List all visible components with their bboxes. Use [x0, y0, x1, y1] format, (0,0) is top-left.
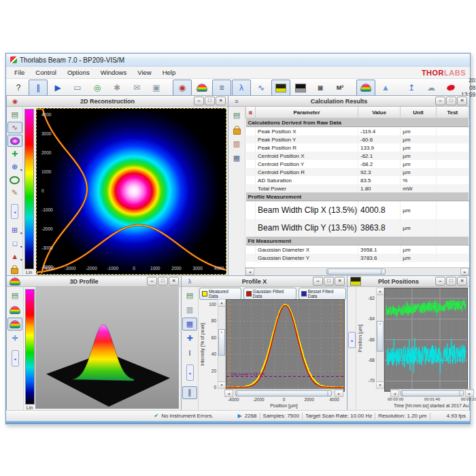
minimize-button[interactable]: –: [147, 277, 157, 286]
2d-reconstruction-icon[interactable]: ◉: [173, 80, 192, 96]
start-icon[interactable]: ▶: [48, 80, 67, 96]
collapse-toolbar-button[interactable]: ◂: [12, 350, 19, 367]
results-table[interactable]: ≣ParameterValueUnitTestCalculations Deri…: [245, 107, 469, 267]
export-data-icon[interactable]: ▥: [229, 137, 244, 150]
export-settings-icon[interactable]: ✉: [127, 80, 146, 96]
close-button[interactable]: ×: [335, 277, 345, 286]
menu-file[interactable]: File: [9, 67, 30, 78]
plot-positions-icon[interactable]: [271, 80, 290, 96]
expand-toolbar-button[interactable]: ◂: [348, 332, 356, 348]
cursor-icon[interactable]: I: [182, 346, 197, 359]
help-icon[interactable]: ?: [9, 80, 28, 96]
table-row[interactable]: Centroid Position X-62.1µm: [246, 152, 469, 160]
2d-beam-plot[interactable]: 40003000200010000-1000-2000-3000-4000-40…: [36, 108, 226, 275]
add-marker-icon[interactable]: ✚: [7, 148, 22, 160]
plot-positions-vertical-scrollbar[interactable]: ▲≡▼: [376, 288, 384, 389]
table-row[interactable]: Centroid Position R92.3µm: [246, 168, 469, 176]
3d-beam-view[interactable]: [35, 287, 181, 409]
positions-horizontal-scrollbar[interactable]: ◂▸: [390, 389, 474, 397]
maximize-button[interactable]: □: [324, 277, 334, 286]
maximize-button[interactable]: □: [446, 97, 456, 105]
positions-plot[interactable]: [384, 288, 468, 392]
max-hold-icon[interactable]: ↥: [402, 80, 421, 96]
close-button[interactable]: ×: [216, 97, 226, 105]
peak-marker-icon[interactable]: ▲▾: [7, 251, 22, 262]
profile-x-icon[interactable]: λ: [232, 80, 251, 96]
save-image-icon[interactable]: ▤: [7, 109, 22, 120]
table-row[interactable]: Total Power1.80mW: [246, 184, 469, 192]
column-header[interactable]: Unit: [401, 107, 436, 118]
profile-x-plot[interactable]: Clip Level = 13.5%: [226, 299, 345, 392]
close-button[interactable]: ×: [169, 277, 179, 286]
scroll-left-button[interactable]: ◂: [245, 268, 254, 275]
table-row[interactable]: AD Saturation83.5%: [246, 176, 469, 184]
color-ellipse-icon[interactable]: [7, 135, 22, 146]
plot-icon[interactable]: [350, 276, 362, 286]
close-button[interactable]: ×: [457, 97, 467, 105]
device-status-icon[interactable]: ◎: [88, 80, 107, 96]
edit-icon[interactable]: ✎: [7, 187, 22, 199]
profile-x-vertical-scrollbar[interactable]: ▲≡▼: [218, 299, 226, 389]
3d-profile-titlebar[interactable]: 3D Profile –□×: [7, 276, 181, 287]
menu-windows[interactable]: Windows: [95, 67, 133, 78]
view-3d-icon[interactable]: [7, 318, 22, 330]
calc-horizontal-scrollbar[interactable]: ◂ ▸: [245, 267, 469, 275]
profile-x-horizontal-scrollbar[interactable]: ◂▸: [224, 389, 343, 397]
m2-icon[interactable]: M²: [330, 80, 350, 96]
menu-view[interactable]: View: [132, 67, 156, 78]
table-row[interactable]: Gaussian Diameter X3958.1µm: [246, 245, 469, 254]
copy-image-icon[interactable]: ▥: [182, 303, 197, 316]
divergence-icon[interactable]: ▲: [376, 80, 395, 96]
save-image-icon[interactable]: ▤: [182, 289, 197, 302]
2d-reconstruction-titlebar[interactable]: ◉ 2D Reconstruction –□×: [7, 96, 228, 107]
table-row[interactable]: Peak Position X-119.4µm: [246, 127, 469, 136]
view-2d-icon[interactable]: [7, 303, 22, 316]
crosshair-icon[interactable]: ⊕▾: [7, 161, 22, 173]
window-titlebar[interactable]: Thorlabs Beam 7.0 - BP209-VIS/M: [6, 54, 470, 67]
table-row[interactable]: Gaussian Diameter Y3783.6µm: [246, 254, 469, 262]
show-profiles-icon[interactable]: ∿: [7, 122, 22, 133]
minimize-button[interactable]: –: [194, 97, 204, 105]
minimize-button[interactable]: –: [313, 277, 323, 286]
column-header[interactable]: Value: [358, 107, 400, 118]
ellipse-overlay-icon[interactable]: [7, 174, 22, 186]
plot-stability-icon[interactable]: [291, 80, 310, 96]
maximize-button[interactable]: □: [446, 277, 456, 286]
grid-icon[interactable]: ▦: [182, 318, 197, 330]
settings-gears-icon[interactable]: ✱: [107, 80, 126, 96]
table-row[interactable]: Peak Position R133.9µm: [246, 143, 469, 152]
minimize-button[interactable]: –: [435, 97, 445, 105]
maximize-button[interactable]: □: [158, 277, 168, 286]
3d-profile-icon[interactable]: [192, 80, 211, 96]
menu-help[interactable]: Help: [157, 67, 182, 78]
calculation-results-titlebar[interactable]: ≡ Calculation Results –□×: [228, 96, 469, 107]
maximize-button[interactable]: □: [205, 97, 215, 105]
legend-measured-data[interactable]: Measured Data: [199, 288, 241, 300]
menu-control[interactable]: Control: [30, 67, 62, 78]
unlock-icon[interactable]: [7, 264, 22, 275]
legend-gaussian-fitted-data[interactable]: Gaussian Fitted Data: [243, 288, 296, 300]
pause-icon[interactable]: ∥: [182, 386, 197, 399]
table-row[interactable]: Beam Width Clip Y (13.5%)3863.8µm: [246, 219, 469, 237]
collapse-toolbar-button[interactable]: ◂: [186, 364, 194, 381]
lock-icon[interactable]: [229, 123, 244, 136]
beam-view-icon[interactable]: [356, 80, 375, 96]
pause-icon[interactable]: ∥: [29, 80, 48, 96]
table-row[interactable]: Peak Position Y-60.6µm: [246, 135, 469, 143]
rectangle-icon[interactable]: □▾: [7, 237, 22, 249]
pan-icon[interactable]: ✚: [182, 332, 197, 345]
collapse-toolbar-button[interactable]: ◂: [11, 204, 18, 219]
save-image-icon[interactable]: ▤: [229, 109, 244, 122]
clear-icon[interactable]: ▣: [147, 80, 166, 96]
legend-bessel-fitted-data[interactable]: Bessel Fitted Data: [299, 288, 346, 300]
profile-curve-icon[interactable]: λ: [184, 276, 196, 286]
table-row[interactable]: Centroid Position Y-68.2µm: [246, 160, 469, 168]
table-row[interactable]: Beam Width Clip X (13.5%)4000.8µm: [246, 201, 469, 220]
profile-x-titlebar[interactable]: λ Profile X –□×: [182, 276, 347, 287]
ellipse-icon[interactable]: [441, 80, 460, 96]
save-data-icon[interactable]: ▦: [229, 152, 244, 165]
close-button[interactable]: ×: [457, 277, 467, 286]
column-header[interactable]: Test: [436, 107, 469, 118]
results-list-icon[interactable]: ≡: [231, 96, 243, 106]
profile-y-icon[interactable]: ∿: [252, 80, 271, 96]
